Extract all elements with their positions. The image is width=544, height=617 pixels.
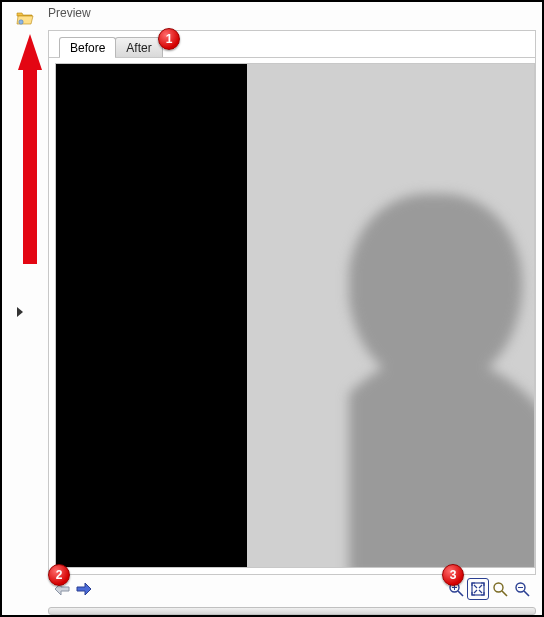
zoom-in-button[interactable]	[446, 579, 466, 599]
svg-line-9	[524, 591, 529, 596]
image-left-black	[56, 64, 247, 567]
prev-image-button[interactable]	[52, 579, 72, 599]
arrow-left-icon	[54, 582, 70, 596]
silhouette-icon	[349, 124, 535, 568]
svg-line-2	[458, 591, 463, 596]
svg-point-6	[494, 583, 503, 592]
svg-rect-5	[472, 583, 484, 595]
preview-inner: Before After	[48, 30, 536, 575]
magnifier-icon	[492, 581, 508, 597]
horizontal-scrollbar[interactable]	[48, 607, 536, 615]
arrow-right-icon	[76, 582, 92, 596]
tab-before[interactable]: Before	[59, 37, 116, 57]
svg-line-7	[502, 591, 507, 596]
zoom-out-icon	[514, 581, 530, 597]
left-gutter	[2, 2, 46, 615]
svg-point-0	[19, 20, 23, 24]
panel-title: Preview	[48, 6, 91, 20]
tab-underline	[49, 57, 535, 58]
preview-canvas[interactable]	[55, 63, 535, 568]
image-right-bg	[247, 64, 534, 567]
arrow-annotation-icon	[18, 34, 42, 267]
folder-open-icon[interactable]	[16, 10, 34, 26]
zoom-in-icon	[448, 581, 464, 597]
fit-icon	[470, 581, 486, 597]
next-image-button[interactable]	[74, 579, 94, 599]
expand-panel-icon[interactable]	[16, 306, 24, 318]
preview-panel-frame: Preview Before After	[0, 0, 544, 617]
tabs: Before After	[59, 35, 535, 57]
tab-after[interactable]: After	[115, 37, 162, 57]
actual-size-button[interactable]	[490, 579, 510, 599]
fit-to-window-button[interactable]	[468, 579, 488, 599]
bottom-toolbar	[48, 579, 536, 607]
zoom-out-button[interactable]	[512, 579, 532, 599]
